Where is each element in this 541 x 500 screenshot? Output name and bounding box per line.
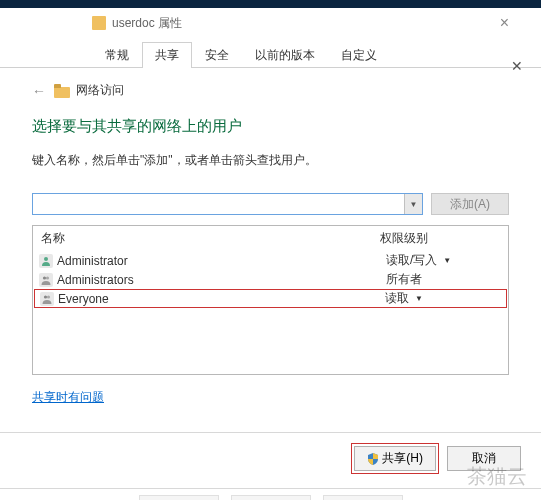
properties-titlebar: userdoc 属性 ×: [0, 8, 541, 32]
svg-point-4: [47, 295, 50, 298]
chevron-down-icon: ▼: [415, 294, 423, 303]
user-permission-list: 名称 权限级别 Administrator 读取/写入 ▼ Administra…: [32, 225, 509, 375]
user-icon: [39, 254, 53, 268]
tab-general[interactable]: 常规: [92, 42, 142, 68]
chevron-down-icon: ▼: [443, 256, 451, 265]
back-arrow-icon[interactable]: ←: [32, 83, 46, 99]
user-name: Everyone: [58, 292, 109, 306]
list-item[interactable]: Administrators 所有者: [33, 270, 508, 289]
svg-point-2: [46, 276, 49, 279]
svg-point-0: [44, 257, 48, 261]
chevron-down-icon[interactable]: ▼: [404, 194, 422, 214]
cancel-button[interactable]: 取消: [447, 446, 521, 471]
properties-tabs: 常规 共享 安全 以前的版本 自定义: [0, 32, 541, 68]
cancel-button-disabled: 取消: [231, 495, 311, 500]
user-name: Administrators: [57, 273, 134, 287]
page-heading: 选择要与其共享的网络上的用户: [32, 117, 509, 136]
svg-point-1: [43, 276, 46, 279]
user-input[interactable]: [33, 194, 404, 214]
breadcrumb: ← 网络访问: [32, 82, 509, 99]
dialog-close-icon[interactable]: ✕: [511, 58, 523, 74]
svg-point-3: [44, 295, 47, 298]
close-icon[interactable]: ×: [488, 14, 521, 32]
share-button[interactable]: 共享(H): [354, 446, 436, 471]
add-button[interactable]: 添加(A): [431, 193, 509, 215]
help-link[interactable]: 共享时有问题: [32, 389, 104, 406]
breadcrumb-label: 网络访问: [76, 82, 124, 99]
ok-button-disabled: 确定: [139, 495, 219, 500]
user-name: Administrator: [57, 254, 128, 268]
tab-customize[interactable]: 自定义: [328, 42, 390, 68]
list-item[interactable]: Everyone 读取 ▼: [34, 289, 507, 308]
folder-icon: [92, 16, 106, 30]
apply-button-disabled: 应用(A): [323, 495, 403, 500]
group-icon: [39, 273, 53, 287]
column-header-permission[interactable]: 权限级别: [380, 230, 500, 247]
properties-title-text: userdoc 属性: [112, 15, 182, 32]
instruction-text: 键入名称，然后单击"添加"，或者单击箭头查找用户。: [32, 152, 509, 169]
tab-sharing[interactable]: 共享: [142, 42, 192, 68]
group-icon: [40, 292, 54, 306]
user-combobox[interactable]: ▼: [32, 193, 423, 215]
permission-dropdown[interactable]: 读取 ▼: [385, 290, 501, 307]
permission-label: 所有者: [386, 271, 502, 288]
permission-dropdown[interactable]: 读取/写入 ▼: [386, 252, 502, 269]
tab-previous-versions[interactable]: 以前的版本: [242, 42, 328, 68]
column-header-name[interactable]: 名称: [41, 230, 380, 247]
folder-icon: [54, 84, 70, 98]
shield-icon: [367, 453, 379, 465]
tab-security[interactable]: 安全: [192, 42, 242, 68]
list-item[interactable]: Administrator 读取/写入 ▼: [33, 251, 508, 270]
